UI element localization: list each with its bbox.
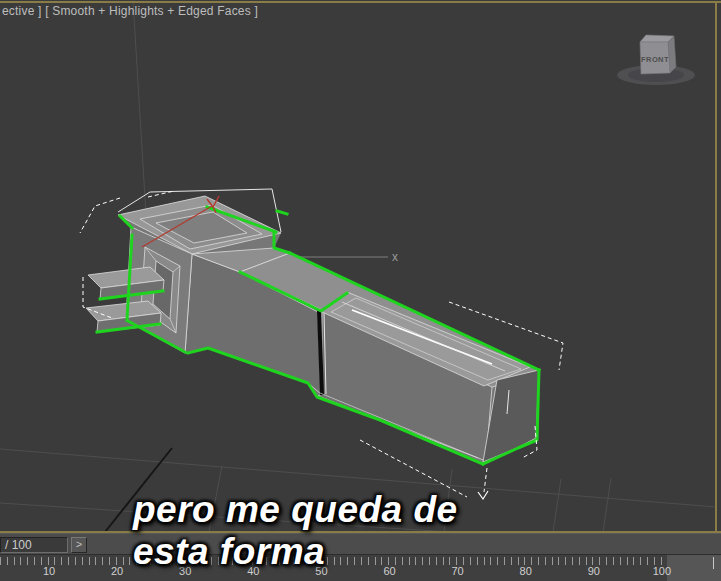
viewcube-front-label: FRONT	[641, 55, 669, 64]
frame-number-label: 20	[111, 565, 123, 577]
viewport-border-top	[0, 1, 721, 3]
viewport-label[interactable]: ective ] [ Smooth + Highlights + Edged F…	[2, 4, 258, 18]
track-bar-end-mark	[713, 557, 714, 569]
next-frame-button[interactable]: >	[71, 537, 87, 553]
frame-number-label: 100	[653, 565, 671, 577]
viewport-scene[interactable]: x	[0, 0, 721, 533]
model-3d[interactable]	[86, 189, 539, 464]
viewcube[interactable]: FRONT	[617, 35, 695, 85]
caption-line2: esta forma	[133, 531, 458, 573]
grid-lines	[0, 0, 716, 532]
frame-number-label: 10	[43, 565, 55, 577]
x-axis-label: x	[392, 250, 398, 264]
viewport-border-right	[715, 1, 717, 532]
frame-number-label: 80	[520, 565, 532, 577]
viewport-3d[interactable]: x	[0, 0, 721, 533]
app-window: x	[0, 0, 721, 581]
caption-line1: pero me queda de	[133, 489, 458, 531]
caption-overlay: pero me queda de esta forma	[133, 489, 458, 573]
frame-number-label: 90	[588, 565, 600, 577]
time-slider-value[interactable]: / 100	[0, 537, 68, 553]
